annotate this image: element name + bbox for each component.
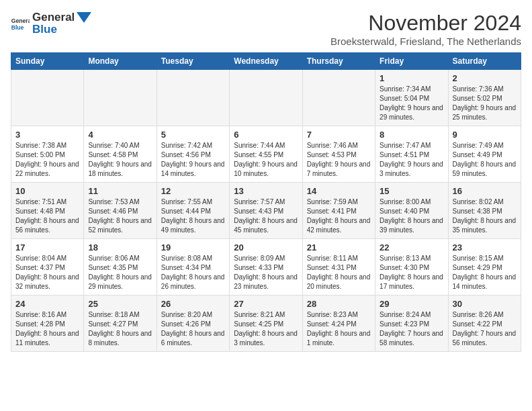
header-wednesday: Wednesday <box>230 53 302 70</box>
calendar-cell <box>11 70 84 126</box>
day-info: Sunrise: 8:02 AM Sunset: 4:38 PM Dayligh… <box>453 197 517 235</box>
calendar-cell: 8Sunrise: 7:47 AM Sunset: 4:51 PM Daylig… <box>375 126 448 183</box>
calendar-cell: 25Sunrise: 8:18 AM Sunset: 4:27 PM Dayli… <box>84 295 157 352</box>
calendar-cell: 26Sunrise: 8:20 AM Sunset: 4:26 PM Dayli… <box>157 295 229 352</box>
day-info: Sunrise: 7:42 AM Sunset: 4:56 PM Dayligh… <box>161 141 225 179</box>
day-info: Sunrise: 7:49 AM Sunset: 4:49 PM Dayligh… <box>453 141 517 179</box>
day-info: Sunrise: 8:08 AM Sunset: 4:34 PM Dayligh… <box>161 254 225 291</box>
calendar-cell: 7Sunrise: 7:46 AM Sunset: 4:53 PM Daylig… <box>302 126 375 183</box>
calendar-cell: 20Sunrise: 8:09 AM Sunset: 4:33 PM Dayli… <box>230 239 302 295</box>
day-info: Sunrise: 7:55 AM Sunset: 4:44 PM Dayligh… <box>161 197 225 235</box>
title-block: November 2024 Broeksterwald, Friesland, … <box>330 11 521 47</box>
day-number: 11 <box>88 186 152 196</box>
calendar-cell: 30Sunrise: 8:26 AM Sunset: 4:22 PM Dayli… <box>448 295 521 352</box>
header-saturday: Saturday <box>448 53 521 70</box>
day-info: Sunrise: 7:34 AM Sunset: 5:04 PM Dayligh… <box>380 85 443 122</box>
day-number: 27 <box>234 299 298 309</box>
day-number: 7 <box>307 130 371 140</box>
calendar-cell: 27Sunrise: 8:21 AM Sunset: 4:25 PM Dayli… <box>230 295 302 352</box>
calendar-week-row: 1Sunrise: 7:34 AM Sunset: 5:04 PM Daylig… <box>11 70 521 126</box>
calendar-cell: 15Sunrise: 8:00 AM Sunset: 4:40 PM Dayli… <box>375 183 448 239</box>
day-number: 20 <box>234 242 298 253</box>
calendar-cell: 5Sunrise: 7:42 AM Sunset: 4:56 PM Daylig… <box>157 126 229 183</box>
day-number: 13 <box>234 186 298 196</box>
calendar-cell <box>302 70 375 126</box>
day-info: Sunrise: 8:13 AM Sunset: 4:30 PM Dayligh… <box>380 254 443 291</box>
day-number: 23 <box>453 242 517 253</box>
svg-marker-3 <box>77 12 91 23</box>
calendar-cell: 3Sunrise: 7:38 AM Sunset: 5:00 PM Daylig… <box>11 126 84 183</box>
day-number: 15 <box>380 186 443 196</box>
calendar-table: SundayMondayTuesdayWednesdayThursdayFrid… <box>11 52 521 352</box>
calendar-week-row: 3Sunrise: 7:38 AM Sunset: 5:00 PM Daylig… <box>11 126 521 183</box>
day-info: Sunrise: 7:59 AM Sunset: 4:41 PM Dayligh… <box>307 197 371 235</box>
calendar-cell: 18Sunrise: 8:06 AM Sunset: 4:35 PM Dayli… <box>84 239 157 295</box>
header-thursday: Thursday <box>302 53 375 70</box>
logo-triangle-icon <box>77 12 91 23</box>
calendar-cell: 2Sunrise: 7:36 AM Sunset: 5:02 PM Daylig… <box>448 70 521 126</box>
day-number: 1 <box>380 73 443 83</box>
day-number: 10 <box>15 186 79 196</box>
header-tuesday: Tuesday <box>157 53 229 70</box>
day-number: 17 <box>15 242 79 253</box>
calendar-week-row: 10Sunrise: 7:51 AM Sunset: 4:48 PM Dayli… <box>11 183 521 239</box>
calendar-cell: 10Sunrise: 7:51 AM Sunset: 4:48 PM Dayli… <box>11 183 84 239</box>
calendar-cell: 19Sunrise: 8:08 AM Sunset: 4:34 PM Dayli… <box>157 239 229 295</box>
day-info: Sunrise: 7:36 AM Sunset: 5:02 PM Dayligh… <box>453 85 517 122</box>
day-info: Sunrise: 7:53 AM Sunset: 4:46 PM Dayligh… <box>88 197 152 235</box>
day-info: Sunrise: 8:16 AM Sunset: 4:28 PM Dayligh… <box>15 310 79 348</box>
calendar-cell: 12Sunrise: 7:55 AM Sunset: 4:44 PM Dayli… <box>157 183 229 239</box>
calendar-cell: 11Sunrise: 7:53 AM Sunset: 4:46 PM Dayli… <box>84 183 157 239</box>
day-info: Sunrise: 7:44 AM Sunset: 4:55 PM Dayligh… <box>234 141 298 179</box>
day-number: 19 <box>161 242 225 253</box>
day-number: 5 <box>161 130 225 140</box>
calendar-cell <box>230 70 302 126</box>
day-info: Sunrise: 7:40 AM Sunset: 4:58 PM Dayligh… <box>88 141 152 179</box>
calendar-cell: 17Sunrise: 8:04 AM Sunset: 4:37 PM Dayli… <box>11 239 84 295</box>
day-number: 8 <box>380 130 443 140</box>
calendar-cell: 23Sunrise: 8:15 AM Sunset: 4:29 PM Dayli… <box>448 239 521 295</box>
calendar-cell: 29Sunrise: 8:24 AM Sunset: 4:23 PM Dayli… <box>375 295 448 352</box>
day-info: Sunrise: 7:38 AM Sunset: 5:00 PM Dayligh… <box>15 141 79 179</box>
month-title: November 2024 <box>330 11 521 36</box>
logo: General Blue General Blue <box>11 11 91 36</box>
calendar-cell: 1Sunrise: 7:34 AM Sunset: 5:04 PM Daylig… <box>375 70 448 126</box>
svg-text:Blue: Blue <box>11 24 24 30</box>
location-title: Broeksterwald, Friesland, The Netherland… <box>330 36 521 47</box>
day-info: Sunrise: 8:24 AM Sunset: 4:23 PM Dayligh… <box>380 310 443 348</box>
calendar-week-row: 17Sunrise: 8:04 AM Sunset: 4:37 PM Dayli… <box>11 239 521 295</box>
day-info: Sunrise: 8:21 AM Sunset: 4:25 PM Dayligh… <box>234 310 298 348</box>
day-number: 29 <box>380 299 443 309</box>
day-number: 26 <box>161 299 225 309</box>
day-number: 28 <box>307 299 371 309</box>
page-header: General Blue General Blue November 2024 … <box>11 11 521 47</box>
day-number: 16 <box>453 186 517 196</box>
calendar-cell: 14Sunrise: 7:59 AM Sunset: 4:41 PM Dayli… <box>302 183 375 239</box>
logo-icon: General Blue <box>11 17 30 30</box>
calendar-cell: 21Sunrise: 8:11 AM Sunset: 4:31 PM Dayli… <box>302 239 375 295</box>
calendar-cell <box>84 70 157 126</box>
day-info: Sunrise: 8:04 AM Sunset: 4:37 PM Dayligh… <box>15 254 79 291</box>
day-info: Sunrise: 8:06 AM Sunset: 4:35 PM Dayligh… <box>88 254 152 291</box>
day-info: Sunrise: 8:00 AM Sunset: 4:40 PM Dayligh… <box>380 197 443 235</box>
calendar-cell: 24Sunrise: 8:16 AM Sunset: 4:28 PM Dayli… <box>11 295 84 352</box>
calendar-cell: 22Sunrise: 8:13 AM Sunset: 4:30 PM Dayli… <box>375 239 448 295</box>
day-info: Sunrise: 7:57 AM Sunset: 4:43 PM Dayligh… <box>234 197 298 235</box>
day-info: Sunrise: 7:46 AM Sunset: 4:53 PM Dayligh… <box>307 141 371 179</box>
calendar-week-row: 24Sunrise: 8:16 AM Sunset: 4:28 PM Dayli… <box>11 295 521 352</box>
calendar-header-row: SundayMondayTuesdayWednesdayThursdayFrid… <box>11 53 521 70</box>
day-number: 30 <box>453 299 517 309</box>
day-number: 14 <box>307 186 371 196</box>
calendar-cell <box>157 70 229 126</box>
day-number: 21 <box>307 242 371 253</box>
calendar-cell: 28Sunrise: 8:23 AM Sunset: 4:24 PM Dayli… <box>302 295 375 352</box>
svg-text:General: General <box>11 17 30 24</box>
day-number: 6 <box>234 130 298 140</box>
day-info: Sunrise: 8:18 AM Sunset: 4:27 PM Dayligh… <box>88 310 152 348</box>
logo-general: General <box>32 11 75 24</box>
calendar-cell: 13Sunrise: 7:57 AM Sunset: 4:43 PM Dayli… <box>230 183 302 239</box>
day-info: Sunrise: 7:47 AM Sunset: 4:51 PM Dayligh… <box>380 141 443 179</box>
header-friday: Friday <box>375 53 448 70</box>
day-info: Sunrise: 8:15 AM Sunset: 4:29 PM Dayligh… <box>453 254 517 291</box>
header-monday: Monday <box>84 53 157 70</box>
